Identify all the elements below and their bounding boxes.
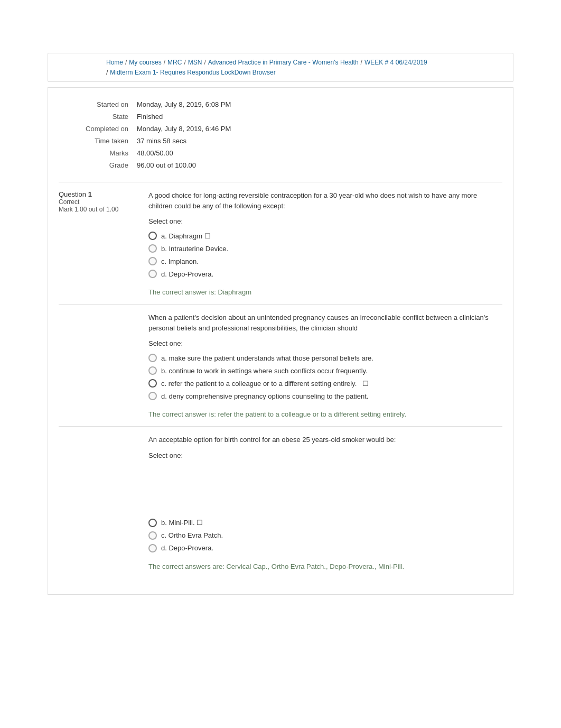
completed-on-label: Completed on [59,123,133,135]
question-body-1: A good choice for long-acting reversible… [143,190,502,296]
option-radio-3d[interactable] [148,544,157,552]
option-text-1b: b. Intrauterine Device. [161,245,228,253]
breadcrumb-sep-5: / [106,68,108,76]
question-mark-1: Mark 1.00 out of 1.00 [59,206,135,213]
option-radio-2d[interactable] [148,392,157,400]
question-block-3: An acceptable option for birth control f… [59,426,502,578]
option-text-2c: c. refer the patient to a colleague or t… [161,380,369,388]
option-2d[interactable]: d. deny comprehensive pregnancy options … [148,390,502,402]
info-row-time: Time taken 37 mins 58 secs [59,135,502,147]
time-taken-value: 37 mins 58 secs [133,135,502,147]
question-body-2: When a patient's decision about an unint… [143,312,502,418]
breadcrumb-sep-4: / [361,59,362,66]
option-radio-2c[interactable] [148,379,157,388]
option-1c[interactable]: c. Implanon. [148,255,502,268]
question-body-3: An acceptable option for birth control f… [143,435,502,570]
option-2a[interactable]: a. make sure the patient understands wha… [148,352,502,364]
question-block-1: Question 1 Correct Mark 1.00 out of 1.00… [59,182,502,304]
select-one-label-2: Select one: [148,339,502,347]
breadcrumb-course[interactable]: Advanced Practice in Primary Care - Wome… [208,59,359,66]
breadcrumb-mycourses[interactable]: My courses [129,59,161,66]
breadcrumb-sep-1: / [164,59,165,66]
completed-on-value: Monday, July 8, 2019, 6:46 PM [133,123,502,135]
breadcrumb-sep-3: / [204,59,205,66]
option-1b[interactable]: b. Intrauterine Device. [148,242,502,255]
breadcrumb-week[interactable]: WEEK # 4 06/24/2019 [364,59,427,66]
content-area: Started on Monday, July 8, 2019, 6:08 PM… [48,87,513,595]
started-on-label: Started on [59,98,133,110]
option-1a[interactable]: a. Diaphragm ☐ [148,229,502,242]
option-list-1: a. Diaphragm ☐ b. Intrauterine Device. c… [148,229,502,280]
page-wrapper: Home / My courses / MRC / MSN / Advanced… [0,0,561,728]
breadcrumb-sep-2: / [184,59,185,66]
option-3b[interactable]: b. Mini-Pill. ☐ [148,517,502,529]
grade-value: 96.00 out of 100.00 [133,159,502,171]
option-text-3d: d. Depo-Provera. [161,544,213,552]
started-on-value: Monday, July 8, 2019, 6:08 PM [133,98,502,110]
correct-answer-1: The correct answer is: Diaphragm [148,288,502,296]
state-label: State [59,110,133,123]
option-3d[interactable]: d. Depo-Provera. [148,542,502,555]
option-list-2: a. make sure the patient understands wha… [148,352,502,402]
time-taken-label: Time taken [59,135,133,147]
select-one-label-1: Select one: [148,217,502,225]
select-one-label-3: Select one: [148,451,502,459]
question-sidebar-1: Question 1 Correct Mark 1.00 out of 1.00 [59,190,143,296]
grade-label: Grade [59,159,133,171]
info-row-completed: Completed on Monday, July 8, 2019, 6:46 … [59,123,502,135]
option-text-3c: c. Ortho Evra Patch. [161,531,223,539]
correct-answer-3: The correct answers are: Cervical Cap., … [148,563,502,570]
breadcrumb-area: Home / My courses / MRC / MSN / Advanced… [48,53,513,82]
question-text-2: When a patient's decision about an unint… [148,312,502,333]
option-spacer-3 [148,464,502,517]
question-sidebar-3 [59,435,143,570]
info-row-started: Started on Monday, July 8, 2019, 6:08 PM [59,98,502,110]
option-3c[interactable]: c. Ortho Evra Patch. [148,529,502,542]
question-text-3: An acceptable option for birth control f… [148,435,502,445]
option-list-3: b. Mini-Pill. ☐ c. Ortho Evra Patch. d. … [148,517,502,555]
option-text-3b: b. Mini-Pill. ☐ [161,519,203,527]
option-radio-1b[interactable] [148,244,157,253]
info-row-state: State Finished [59,110,502,123]
question-sidebar-2 [59,312,143,418]
option-1d[interactable]: d. Depo-Provera. [148,268,502,280]
question-block-2: When a patient's decision about an unint… [59,304,502,426]
option-radio-1d[interactable] [148,270,157,278]
breadcrumb-msn[interactable]: MSN [188,59,202,66]
info-row-marks: Marks 48.00/50.00 [59,147,502,159]
option-2b[interactable]: b. continue to work in settings where su… [148,364,502,377]
breadcrumb-exam[interactable]: Midterm Exam 1- Requires Respondus LockD… [110,69,275,76]
question-text-1: A good choice for long-acting reversible… [148,190,502,211]
option-text-1d: d. Depo-Provera. [161,270,213,278]
marks-value: 48.00/50.00 [133,147,502,159]
option-radio-3c[interactable] [148,531,157,540]
option-2c[interactable]: c. refer the patient to a colleague or t… [148,377,502,390]
info-row-grade: Grade 96.00 out of 100.00 [59,159,502,171]
breadcrumb-sep-0: / [125,59,127,66]
marks-label: Marks [59,147,133,159]
option-radio-1c[interactable] [148,257,157,265]
option-radio-2a[interactable] [148,354,157,362]
option-text-1c: c. Implanon. [161,257,199,265]
option-radio-2b[interactable] [148,366,157,375]
option-text-2d: d. deny comprehensive pregnancy options … [161,392,368,400]
breadcrumb: Home / My courses / MRC / MSN / Advanced… [106,59,465,66]
breadcrumb-mrc[interactable]: MRC [167,59,182,66]
option-radio-1a[interactable] [148,232,157,240]
option-text-1a: a. Diaphragm ☐ [161,232,211,240]
option-radio-3b[interactable] [148,519,157,527]
breadcrumb-home[interactable]: Home [106,59,123,66]
option-text-2b: b. continue to work in settings where su… [161,367,368,375]
state-value: Finished [133,110,502,123]
correct-answer-2: The correct answer is: refer the patient… [148,410,502,418]
exam-info-table: Started on Monday, July 8, 2019, 6:08 PM… [59,98,502,171]
option-text-2a: a. make sure the patient understands wha… [161,354,373,362]
question-status-1: Correct [59,198,135,206]
question-label-1: Question 1 [59,190,135,198]
